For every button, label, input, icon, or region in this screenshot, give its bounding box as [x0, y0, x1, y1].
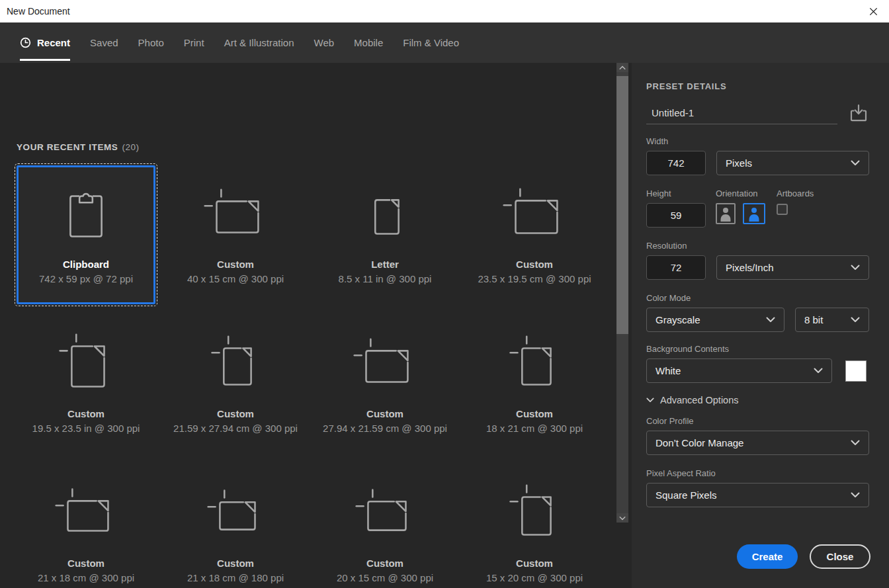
- preset-tile-title: Custom: [217, 408, 254, 419]
- scrollbar-thumb[interactable]: [616, 76, 628, 334]
- chevron-down-icon: [851, 265, 860, 271]
- background-contents-dropdown[interactable]: White: [646, 358, 832, 383]
- chevron-down-icon: [646, 398, 654, 403]
- tab-photo[interactable]: Photo: [138, 22, 164, 63]
- preset-tile-title: Custom: [67, 558, 105, 569]
- width-unit-dropdown[interactable]: Pixels: [716, 151, 869, 175]
- artboards-label: Artboards: [777, 189, 814, 198]
- document-page-icon: [495, 323, 573, 407]
- save-preset-button[interactable]: [848, 103, 869, 124]
- document-page-icon: [346, 473, 424, 556]
- document-page-icon: [196, 174, 275, 257]
- artboards-checkbox[interactable]: [777, 204, 788, 215]
- chevron-down-icon: [814, 368, 823, 374]
- document-page-icon: [495, 473, 573, 556]
- close-icon[interactable]: [868, 6, 878, 17]
- preset-tile-title: Clipboard: [63, 259, 109, 270]
- preset-tile-custom[interactable]: Custom21 x 18 cm @ 300 ppi: [17, 464, 155, 588]
- height-input[interactable]: [646, 203, 706, 228]
- preset-tile-custom[interactable]: Custom21.59 x 27.94 cm @ 300 ppi: [166, 315, 305, 454]
- preset-tile-title: Custom: [516, 558, 553, 569]
- pixel-aspect-ratio-dropdown[interactable]: Square Pixels: [646, 483, 869, 507]
- preset-tile-title: Custom: [366, 558, 403, 569]
- tab-art-illustration[interactable]: Art & Illustration: [224, 22, 294, 63]
- tab-mobile[interactable]: Mobile: [354, 22, 383, 63]
- tab-label: Photo: [138, 37, 164, 48]
- resolution-unit-dropdown[interactable]: Pixels/Inch: [716, 255, 869, 280]
- chevron-down-icon: [851, 160, 860, 166]
- preset-tile-title: Custom: [516, 408, 553, 419]
- scroll-up-button[interactable]: [616, 63, 628, 72]
- preset-tile-custom[interactable]: Custom27.94 x 21.59 cm @ 300 ppi: [316, 315, 454, 454]
- preset-tile-letter[interactable]: Letter8.5 x 11 in @ 300 ppi: [316, 165, 454, 304]
- preset-tile-custom[interactable]: Custom15 x 20 cm @ 300 ppi: [465, 464, 604, 588]
- preset-tile-custom[interactable]: Custom19.5 x 23.5 in @ 300 ppi: [17, 315, 155, 454]
- document-name-field[interactable]: [646, 102, 837, 124]
- preset-tile-title: Custom: [516, 259, 553, 270]
- document-page-icon: [346, 174, 424, 257]
- preset-tile-dimensions: 20 x 15 cm @ 300 ppi: [337, 572, 433, 583]
- portrait-orientation-icon[interactable]: [716, 203, 736, 224]
- create-button[interactable]: Create: [737, 544, 798, 569]
- document-page-icon: [47, 473, 125, 556]
- tab-label: Print: [184, 37, 204, 48]
- color-profile-dropdown[interactable]: Don’t Color Manage: [646, 431, 869, 455]
- preset-tile-dimensions: 19.5 x 23.5 in @ 300 ppi: [32, 423, 140, 434]
- preset-tile-dimensions: 15 x 20 cm @ 300 ppi: [486, 572, 583, 583]
- tab-label: Saved: [90, 37, 118, 48]
- window-title: New Document: [0, 6, 70, 17]
- color-profile-label: Color Profile: [646, 416, 869, 426]
- document-page-icon: [196, 473, 275, 556]
- preset-grid: Clipboard742 x 59 px @ 72 ppiCustom40 x …: [17, 165, 604, 588]
- background-contents-label: Background Contents: [646, 344, 869, 354]
- width-input[interactable]: [646, 151, 706, 175]
- preset-tile-custom[interactable]: Custom20 x 15 cm @ 300 ppi: [316, 464, 454, 588]
- preset-tile-title: Custom: [217, 259, 254, 270]
- title-bar: New Document: [0, 0, 889, 22]
- preset-tile-dimensions: 21 x 18 cm @ 180 ppi: [187, 572, 284, 583]
- color-mode-label: Color Mode: [646, 293, 869, 303]
- tab-web[interactable]: Web: [314, 22, 335, 63]
- preset-tile-custom[interactable]: Custom23.5 x 19.5 cm @ 300 ppi: [465, 165, 604, 304]
- chevron-down-icon: [851, 440, 860, 446]
- preset-tile-custom[interactable]: Custom40 x 15 cm @ 300 ppi: [166, 165, 305, 304]
- scrollbar-track[interactable]: [616, 72, 628, 513]
- bit-depth-dropdown[interactable]: 8 bit: [795, 308, 869, 332]
- preset-details-heading: PRESET DETAILS: [646, 81, 869, 91]
- landscape-orientation-icon[interactable]: [743, 203, 765, 224]
- tab-film-video[interactable]: Film & Video: [403, 22, 459, 63]
- resolution-input[interactable]: [646, 255, 706, 280]
- document-page-icon: [47, 323, 125, 407]
- tab-saved[interactable]: Saved: [90, 22, 118, 63]
- background-color-swatch[interactable]: [845, 360, 867, 382]
- preset-tile-custom[interactable]: Custom18 x 21 cm @ 300 ppi: [465, 315, 604, 454]
- advanced-options-toggle[interactable]: Advanced Options: [646, 395, 869, 405]
- recent-items-area: YOUR RECENT ITEMS(20) Clipboard742 x 59 …: [0, 63, 632, 588]
- tab-label: Recent: [37, 37, 70, 48]
- color-mode-dropdown[interactable]: Grayscale: [646, 308, 784, 332]
- document-page-icon: [196, 323, 275, 407]
- orientation-label: Orientation: [716, 189, 777, 198]
- save-download-icon: [848, 103, 869, 124]
- preset-tile-dimensions: 40 x 15 cm @ 300 ppi: [187, 273, 284, 284]
- tab-label: Art & Illustration: [224, 37, 294, 48]
- preset-tile-clipboard[interactable]: Clipboard742 x 59 px @ 72 ppi: [17, 165, 155, 304]
- tab-recent[interactable]: Recent: [20, 22, 70, 63]
- resolution-label: Resolution: [646, 241, 869, 251]
- preset-tile-dimensions: 8.5 x 11 in @ 300 ppi: [339, 273, 432, 284]
- tab-print[interactable]: Print: [184, 22, 204, 63]
- preset-tile-dimensions: 27.94 x 21.59 cm @ 300 ppi: [323, 423, 447, 434]
- preset-tile-dimensions: 21.59 x 27.94 cm @ 300 ppi: [173, 423, 298, 434]
- vertical-scrollbar: [616, 63, 628, 523]
- clock-icon: [20, 37, 31, 48]
- recent-items-count: (20): [122, 142, 139, 152]
- preset-tile-dimensions: 21 x 18 cm @ 300 ppi: [38, 572, 134, 583]
- tab-label: Film & Video: [403, 37, 459, 48]
- preset-tile-dimensions: 23.5 x 19.5 cm @ 300 ppi: [478, 273, 591, 284]
- scroll-down-button[interactable]: [616, 513, 628, 523]
- close-button[interactable]: Close: [810, 544, 870, 569]
- preset-tile-custom[interactable]: Custom21 x 18 cm @ 180 ppi: [166, 464, 305, 588]
- preset-tile-title: Custom: [217, 558, 254, 569]
- tab-label: Mobile: [354, 37, 383, 48]
- preset-tile-title: Custom: [67, 408, 105, 419]
